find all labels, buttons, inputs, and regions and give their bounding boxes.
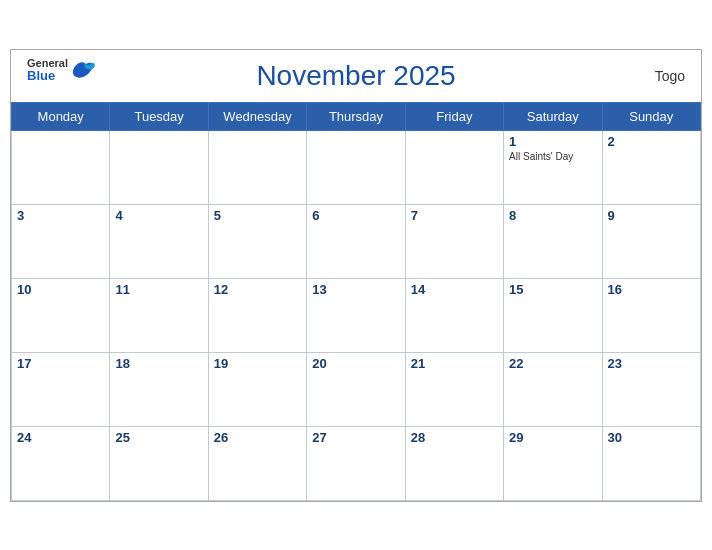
weekday-header-saturday: Saturday [504,102,602,130]
calendar-cell: 13 [307,278,405,352]
calendar-cell: 5 [208,204,306,278]
calendar-cell: 12 [208,278,306,352]
weekday-header-row: MondayTuesdayWednesdayThursdayFridaySatu… [12,102,701,130]
day-number: 17 [17,356,104,371]
day-number: 21 [411,356,498,371]
day-number: 2 [608,134,695,149]
calendar-cell: 17 [12,352,110,426]
logo-area: General Blue [27,58,98,82]
calendar-cell: 7 [405,204,503,278]
day-number: 11 [115,282,202,297]
calendar-cell [307,130,405,204]
calendar-cell [12,130,110,204]
day-number: 6 [312,208,399,223]
day-number: 20 [312,356,399,371]
day-number: 5 [214,208,301,223]
weekday-header-sunday: Sunday [602,102,700,130]
day-number: 29 [509,430,596,445]
week-row-3: 10111213141516 [12,278,701,352]
day-number: 16 [608,282,695,297]
week-row-5: 24252627282930 [12,426,701,500]
day-number: 4 [115,208,202,223]
calendar-wrapper: General Blue November 2025 Togo MondayTu… [10,49,702,502]
calendar-cell: 27 [307,426,405,500]
calendar-cell: 8 [504,204,602,278]
calendar-cell: 10 [12,278,110,352]
day-number: 30 [608,430,695,445]
day-number: 28 [411,430,498,445]
day-number: 19 [214,356,301,371]
day-number: 15 [509,282,596,297]
calendar-cell: 28 [405,426,503,500]
calendar-title: November 2025 [256,60,455,92]
calendar-cell: 4 [110,204,208,278]
day-number: 18 [115,356,202,371]
calendar-cell [208,130,306,204]
calendar-grid: MondayTuesdayWednesdayThursdayFridaySatu… [11,102,701,501]
logo-bird-icon [70,61,98,79]
calendar-cell: 3 [12,204,110,278]
calendar-cell: 9 [602,204,700,278]
weekday-header-wednesday: Wednesday [208,102,306,130]
calendar-cell: 1All Saints' Day [504,130,602,204]
day-number: 26 [214,430,301,445]
weekday-header-friday: Friday [405,102,503,130]
calendar-cell: 20 [307,352,405,426]
calendar-cell: 30 [602,426,700,500]
calendar-cell: 21 [405,352,503,426]
day-number: 22 [509,356,596,371]
day-number: 25 [115,430,202,445]
holiday-text: All Saints' Day [509,151,596,163]
calendar-cell: 26 [208,426,306,500]
day-number: 24 [17,430,104,445]
day-number: 13 [312,282,399,297]
calendar-cell: 23 [602,352,700,426]
calendar-cell: 15 [504,278,602,352]
day-number: 23 [608,356,695,371]
weekday-header-tuesday: Tuesday [110,102,208,130]
day-number: 12 [214,282,301,297]
day-number: 7 [411,208,498,223]
calendar-cell: 24 [12,426,110,500]
calendar-cell: 22 [504,352,602,426]
calendar-cell: 14 [405,278,503,352]
week-row-2: 3456789 [12,204,701,278]
country-label: Togo [655,68,685,84]
calendar-cell: 11 [110,278,208,352]
calendar-cell [405,130,503,204]
calendar-cell: 18 [110,352,208,426]
logo-general-text: General [27,58,68,69]
weekday-header-monday: Monday [12,102,110,130]
calendar-cell [110,130,208,204]
calendar-cell: 6 [307,204,405,278]
day-number: 27 [312,430,399,445]
day-number: 3 [17,208,104,223]
calendar-header: General Blue November 2025 Togo [11,50,701,102]
week-row-1: 1All Saints' Day2 [12,130,701,204]
day-number: 9 [608,208,695,223]
calendar-cell: 16 [602,278,700,352]
day-number: 14 [411,282,498,297]
logo-blue-text: Blue [27,69,68,82]
calendar-cell: 2 [602,130,700,204]
calendar-cell: 29 [504,426,602,500]
calendar-cell: 25 [110,426,208,500]
day-number: 10 [17,282,104,297]
calendar-cell: 19 [208,352,306,426]
day-number: 8 [509,208,596,223]
day-number: 1 [509,134,596,149]
week-row-4: 17181920212223 [12,352,701,426]
weekday-header-thursday: Thursday [307,102,405,130]
